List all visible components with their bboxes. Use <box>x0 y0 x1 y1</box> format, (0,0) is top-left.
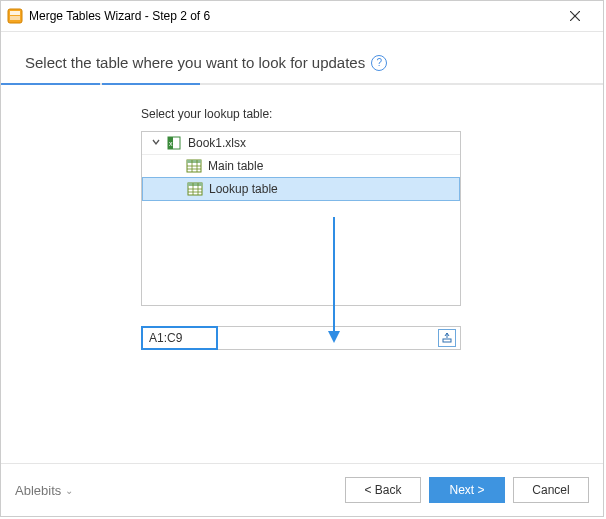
svg-rect-1 <box>10 11 20 15</box>
collapse-icon <box>442 333 452 343</box>
chevron-down-icon: ⌄ <box>65 485 73 496</box>
next-button[interactable]: Next > <box>429 477 505 503</box>
progress-seg-5 <box>404 83 503 85</box>
heading-text: Select the table where you want to look … <box>25 54 365 71</box>
progress-seg-3 <box>202 83 301 85</box>
collapse-dialog-button[interactable] <box>438 329 456 347</box>
dialog-footer: Ablebits ⌄ < Back Next > Cancel <box>1 463 603 516</box>
progress-seg-2 <box>102 83 201 85</box>
svg-text:x: x <box>169 140 173 147</box>
tree-item-main-table[interactable]: Main table <box>142 155 460 178</box>
brand-label: Ablebits <box>15 483 61 498</box>
help-icon[interactable]: ? <box>371 55 387 71</box>
chevron-down-icon[interactable] <box>150 136 162 150</box>
close-icon <box>570 11 580 21</box>
main-content: Select your lookup table: x Book1.xlsx <box>1 85 603 350</box>
workbook-icon: x <box>166 135 182 151</box>
range-input[interactable] <box>141 326 218 350</box>
tree-workbook-row[interactable]: x Book1.xlsx <box>142 132 460 155</box>
progress-seg-4 <box>303 83 402 85</box>
dialog-window: Merge Tables Wizard - Step 2 of 6 Select… <box>0 0 604 517</box>
brand-menu[interactable]: Ablebits ⌄ <box>15 483 73 498</box>
window-title: Merge Tables Wizard - Step 2 of 6 <box>29 9 555 23</box>
range-row <box>141 326 461 350</box>
svg-rect-9 <box>187 160 201 163</box>
table-icon <box>186 158 202 174</box>
back-button[interactable]: < Back <box>345 477 421 503</box>
lookup-table-tree[interactable]: x Book1.xlsx Main table <box>141 131 461 306</box>
svg-rect-2 <box>10 16 20 20</box>
step-heading: Select the table where you want to look … <box>1 32 603 83</box>
svg-rect-15 <box>188 183 202 186</box>
tree-item-lookup-table[interactable]: Lookup table <box>142 177 460 201</box>
titlebar: Merge Tables Wizard - Step 2 of 6 <box>1 1 603 32</box>
workbook-name: Book1.xlsx <box>188 136 246 150</box>
svg-rect-22 <box>443 339 451 342</box>
app-icon <box>7 8 23 24</box>
cancel-button[interactable]: Cancel <box>513 477 589 503</box>
progress-seg-1 <box>1 83 100 85</box>
section-label: Select your lookup table: <box>141 107 603 121</box>
range-display <box>218 326 461 350</box>
tree-item-label: Lookup table <box>209 182 278 196</box>
table-icon <box>187 181 203 197</box>
progress-seg-6 <box>504 83 603 85</box>
tree-item-label: Main table <box>208 159 263 173</box>
close-button[interactable] <box>555 2 595 30</box>
